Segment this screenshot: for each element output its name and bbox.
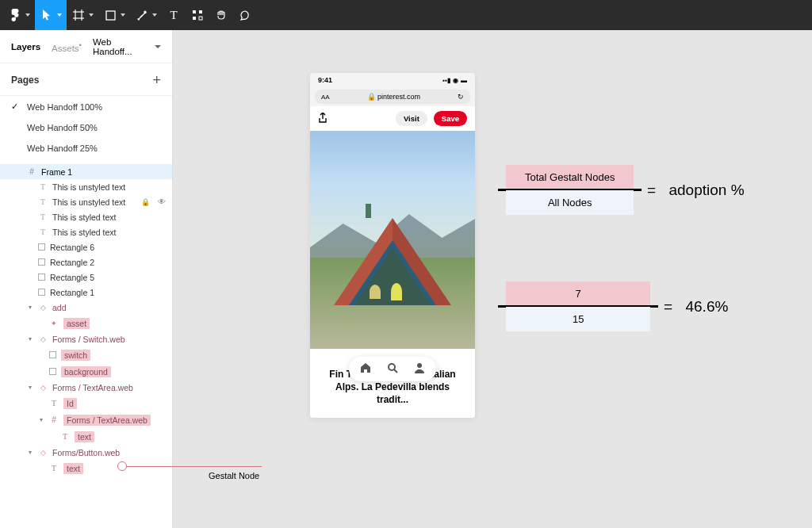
chevron-down-icon (155, 45, 161, 48)
layer-row[interactable]: switch (0, 346, 172, 363)
hand-icon (214, 8, 228, 22)
rectangle-icon (103, 8, 117, 22)
pages-heading: Pages (11, 75, 39, 86)
svg-rect-9 (199, 17, 202, 20)
callout-dot (117, 461, 127, 471)
layer-row[interactable]: ▼#Forms / TextArea.web (0, 411, 172, 428)
frame-icon (71, 8, 86, 22)
layer-row[interactable]: ▼◇Forms/Button.web (0, 445, 172, 460)
layer-row[interactable]: ▼◇add (0, 300, 172, 315)
share-icon[interactable] (318, 113, 327, 125)
page-item[interactable]: ✓Web Handoff 100% (0, 96, 172, 117)
formula-denominator: All Nodes (506, 190, 634, 215)
move-tool[interactable] (35, 0, 67, 30)
layer-row[interactable]: ▼◇Forms / TextArea.web (0, 380, 172, 395)
pages-list: ✓Web Handoff 100% Web Handoff 50% Web Ha… (0, 96, 172, 161)
layer-row[interactable]: TThis is unstyled text (0, 179, 172, 194)
layer-row[interactable]: Rectangle 6 (0, 239, 172, 254)
callout-line (123, 466, 262, 467)
save-button[interactable]: Save (434, 111, 467, 126)
svg-rect-8 (193, 17, 196, 20)
top-toolbar: T (0, 0, 812, 30)
formula-numerator: Total Gestalt Nodes (506, 165, 634, 189)
profile-icon[interactable] (414, 362, 425, 376)
lock-icon: 🔒 (367, 93, 376, 101)
shape-tool[interactable] (98, 0, 130, 30)
svg-rect-7 (199, 10, 202, 13)
page-item[interactable]: Web Handoff 50% (0, 117, 172, 138)
pin-action-bar: Visit Save (310, 106, 475, 131)
layer-row[interactable]: TThis is unstyled text🔒👁 (0, 194, 172, 209)
visit-button[interactable]: Visit (396, 111, 427, 126)
wifi-icon: ◉ (453, 77, 458, 84)
phone-status-bar: 9:41 ▪▪▮ ◉ ▬ (310, 73, 475, 87)
layer-row[interactable]: #Frame 1 (0, 164, 172, 179)
add-page-button[interactable]: + (152, 73, 161, 87)
figma-logo-icon (8, 8, 22, 22)
check-icon: ✓ (11, 101, 21, 112)
signal-icon: ▪▪▮ (442, 77, 450, 84)
svg-line-11 (394, 369, 397, 373)
page-dropdown[interactable]: Web Handoff... (93, 37, 161, 56)
menu-tool[interactable] (3, 0, 35, 30)
layer-row[interactable]: ✦asset (0, 315, 172, 331)
text-size-button[interactable]: AA (321, 94, 330, 101)
assets-tab[interactable]: Assets• (52, 40, 82, 53)
value-numerator: 7 (506, 281, 650, 306)
layer-row[interactable]: background (0, 363, 172, 380)
pen-tool[interactable] (130, 0, 162, 30)
resources-icon (190, 8, 205, 22)
search-icon[interactable] (387, 362, 398, 376)
layer-row[interactable]: Rectangle 1 (0, 285, 172, 300)
frame-tool[interactable] (67, 0, 98, 30)
text-tool[interactable]: T (162, 0, 186, 30)
comment-icon (238, 8, 252, 22)
component-tool[interactable] (186, 0, 209, 30)
text-icon: T (167, 8, 181, 22)
page-item[interactable]: Web Handoff 25% (0, 138, 172, 161)
home-icon[interactable] (360, 362, 371, 376)
hand-tool[interactable] (209, 0, 233, 30)
layer-row[interactable]: Ttext (0, 460, 172, 476)
svg-point-12 (417, 363, 422, 368)
phone-time: 9:41 (318, 76, 332, 84)
canvas[interactable]: 9:41 ▪▪▮ ◉ ▬ AA 🔒 pinterest.com ↻ Visit … (173, 30, 812, 528)
adoption-formula: Total Gestalt Nodes All Nodes = adoption… (506, 165, 745, 215)
reload-icon[interactable]: ↻ (458, 93, 464, 101)
value-denominator: 15 (506, 307, 650, 331)
formula-result: adoption % (668, 182, 744, 199)
layer-row[interactable]: TThis is styled text (0, 209, 172, 224)
phone-mockup: 9:41 ▪▪▮ ◉ ▬ AA 🔒 pinterest.com ↻ Visit … (310, 73, 475, 418)
svg-rect-6 (193, 10, 196, 13)
layers-tab[interactable]: Layers (11, 42, 40, 52)
layers-panel: Layers Assets• Web Handoff... Pages + ✓W… (0, 30, 173, 528)
svg-point-10 (389, 364, 395, 370)
battery-icon: ▬ (461, 77, 467, 84)
pin-image (310, 131, 475, 349)
callout-label: Gestalt Node (209, 471, 259, 480)
layer-row[interactable]: Rectangle 5 (0, 270, 172, 285)
layer-row[interactable]: TThis is styled text (0, 224, 172, 239)
layer-tree: #Frame 1TThis is unstyled textTThis is u… (0, 161, 172, 528)
url-host: pinterest.com (377, 93, 420, 101)
phone-bottom-nav (349, 357, 436, 381)
cursor-icon (40, 8, 54, 22)
layer-row[interactable]: Ttext (0, 428, 172, 445)
pen-icon (135, 8, 149, 22)
layer-row[interactable]: TId (0, 395, 172, 411)
value-result: 46.6% (685, 298, 728, 316)
comment-tool[interactable] (233, 0, 257, 30)
layer-row[interactable]: Rectangle 2 (0, 254, 172, 270)
layer-row[interactable]: ▼◇Forms / Switch.web (0, 331, 172, 346)
browser-url-bar: AA 🔒 pinterest.com ↻ (315, 90, 470, 104)
adoption-value: 7 15 = 46.6% (506, 281, 728, 331)
svg-rect-4 (106, 11, 115, 20)
